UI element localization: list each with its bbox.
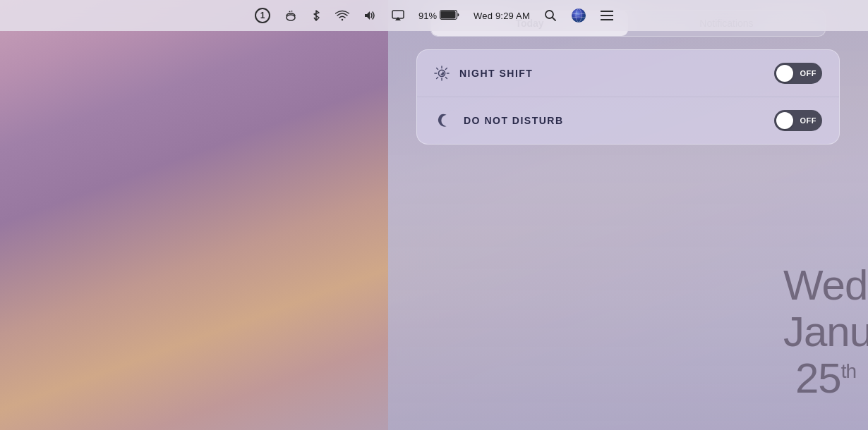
do-not-disturb-label: DO NOT DISTURB [464,115,774,126]
do-not-disturb-toggle[interactable]: OFF [774,110,822,131]
svg-point-5 [572,8,586,23]
night-shift-toggle-label: OFF [800,69,817,78]
search-icon[interactable] [544,9,557,22]
coffee-icon[interactable] [284,9,297,22]
battery-percentage: 91% [418,11,437,21]
night-shift-label: NIGHT SHIFT [459,68,774,79]
menubar-time: Wed 9:29 AM [474,11,530,21]
menu-list-icon[interactable] [601,11,613,20]
battery-indicator: 91% [418,10,459,22]
date-monthday: January 25th [783,309,868,402]
widget-card: NIGHT SHIFT OFF DO NOT DISTURB OFF [416,49,840,145]
menubar-items: 1 [255,8,613,23]
date-weekday: Wednesday, [783,262,868,309]
night-shift-row: NIGHT SHIFT OFF [417,50,839,97]
do-not-disturb-icon [434,113,454,128]
night-shift-toggle-switch[interactable]: OFF [774,63,822,84]
wifi-icon[interactable] [335,10,349,21]
siri-icon[interactable] [571,8,586,23]
night-shift-toggle-knob [776,65,793,82]
svg-line-15 [437,68,438,70]
do-not-disturb-toggle-switch[interactable]: OFF [774,110,822,131]
menubar: 1 [0,0,868,31]
svg-line-18 [437,77,438,78]
svg-point-0 [287,15,295,20]
night-shift-toggle[interactable]: OFF [774,63,822,84]
volume-icon[interactable] [363,10,378,21]
airplay-icon[interactable] [392,10,404,21]
svg-line-17 [445,68,447,70]
do-not-disturb-row: DO NOT DISTURB OFF [417,97,839,144]
battery-icon [440,10,459,22]
notification-center-panel: Today Notifications [388,0,868,430]
night-shift-icon [434,66,450,81]
password-manager-icon[interactable]: 1 [255,8,270,23]
do-not-disturb-toggle-knob [776,112,793,129]
svg-line-16 [445,77,447,78]
svg-rect-3 [441,11,456,18]
date-display: Wednesday, January 25th [783,262,868,402]
bluetooth-icon[interactable] [311,9,321,22]
do-not-disturb-toggle-label: OFF [800,116,817,125]
